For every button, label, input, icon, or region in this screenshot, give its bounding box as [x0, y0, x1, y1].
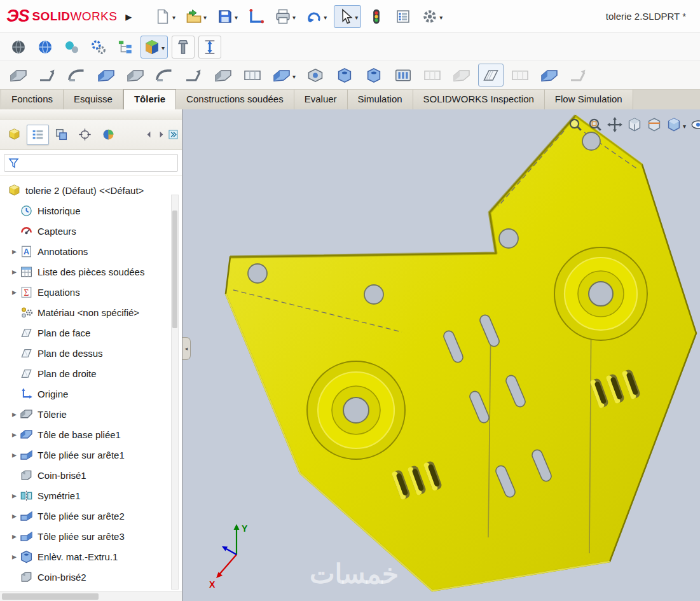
tree-item-sensors[interactable]: Capteurs: [0, 221, 182, 241]
simple-hole-button[interactable]: [361, 64, 387, 86]
part-button[interactable]: [3, 125, 25, 145]
jog-button[interactable]: [181, 64, 207, 86]
display-states-button[interactable]: [60, 36, 83, 59]
boss-right[interactable]: [554, 247, 647, 340]
hem-button[interactable]: [152, 64, 177, 86]
evaluate-list-button[interactable]: [392, 5, 415, 28]
tree-item-plane[interactable]: Plan de dessus: [0, 343, 182, 363]
model-canvas[interactable]: Y X: [182, 109, 699, 600]
tree-item-break-corner[interactable]: Coin-brisé2: [0, 567, 182, 586]
new-document-button[interactable]: [151, 5, 179, 28]
tree-item-base-flange-feature[interactable]: Tôle de base pliée1: [0, 424, 182, 445]
sheet-metal-part[interactable]: [226, 116, 696, 591]
miter-flange-button[interactable]: [123, 64, 148, 86]
tree-item-material[interactable]: Matériau <non spécifié>: [0, 302, 182, 322]
sketched-bend-button[interactable]: [210, 64, 236, 86]
options-button[interactable]: [418, 5, 446, 28]
panel-collapse-handle[interactable]: [182, 337, 191, 360]
tree-item-break-corner[interactable]: Coin-brisé1: [0, 465, 182, 485]
featuremanager-button[interactable]: [27, 125, 49, 145]
base-flange-button[interactable]: [6, 64, 31, 86]
bolt-button[interactable]: [172, 36, 195, 59]
cross-break-button[interactable]: [240, 64, 265, 86]
tab-t-lerie[interactable]: Tôlerie: [123, 89, 176, 109]
dimxpert-button[interactable]: [74, 125, 96, 145]
traffic-light-button[interactable]: [365, 5, 388, 28]
expand-arrow-icon[interactable]: [9, 511, 20, 521]
vertical-scrollbar-thumb[interactable]: [172, 211, 177, 328]
filter-input[interactable]: [4, 154, 178, 172]
mate-gears-button[interactable]: [87, 36, 110, 59]
zoom-area-button[interactable]: [587, 117, 603, 132]
tab-flow-simulation[interactable]: Flow Simulation: [545, 90, 633, 109]
expand-arrow-icon[interactable]: [9, 409, 20, 419]
sketch-button[interactable]: [245, 5, 268, 28]
menu-flyout-arrow-icon[interactable]: [125, 10, 132, 23]
edge-flange-button[interactable]: [93, 64, 119, 86]
expand-arrow-icon[interactable]: [9, 246, 20, 256]
tree-item-mirror[interactable]: Symétrie1: [0, 485, 182, 506]
tab-simulation[interactable]: Simulation: [348, 90, 413, 109]
corner-button[interactable]: [269, 64, 299, 86]
dropdown-caret-icon[interactable]: [203, 11, 207, 22]
dropdown-caret-icon[interactable]: [355, 11, 358, 22]
expand-arrow-icon[interactable]: [9, 531, 20, 541]
convert-to-sheet-metal-button[interactable]: [35, 64, 60, 86]
tree-vertical-scrollbar[interactable]: [171, 195, 179, 590]
dropdown-caret-icon[interactable]: [439, 11, 443, 22]
select-button[interactable]: [334, 5, 361, 28]
extruded-cut-button[interactable]: [332, 64, 357, 86]
design-tree-button[interactable]: [114, 36, 137, 59]
tree-item-origin[interactable]: Origine: [0, 383, 182, 404]
tree-item-edge-flange-feature[interactable]: Tôle pliée sur arête3: [0, 526, 182, 546]
tree-item-cut-extrude[interactable]: Enlèv. mat.-Extru.1: [0, 546, 182, 567]
insert-bends-button[interactable]: [537, 64, 562, 86]
configurationmanager-button[interactable]: [50, 125, 72, 145]
dropdown-caret-icon[interactable]: [683, 120, 686, 130]
view-globe-button[interactable]: [34, 36, 57, 59]
vent-button[interactable]: [390, 64, 416, 86]
dropdown-caret-icon[interactable]: [172, 11, 175, 22]
tree-item-equations[interactable]: Equations: [0, 282, 182, 302]
scroll-left-button[interactable]: [143, 128, 155, 141]
dropdown-caret-icon[interactable]: [235, 11, 238, 22]
open-button[interactable]: [182, 5, 210, 28]
tab-esquisse[interactable]: Esquisse: [64, 90, 123, 109]
tab-solidworks-inspection[interactable]: SOLIDWORKS Inspection: [413, 90, 545, 109]
shaded-cube-button[interactable]: [141, 36, 168, 59]
expand-arrow-icon[interactable]: [9, 551, 20, 562]
expand-arrow-icon[interactable]: [9, 266, 20, 277]
graphics-area[interactable]: Y X خمسات: [182, 109, 700, 601]
scroll-right-button[interactable]: [155, 128, 167, 141]
tree-item-edge-flange-feature[interactable]: Tôle pliée sur arête2: [0, 506, 182, 526]
display-style-button[interactable]: [666, 117, 687, 132]
print-button[interactable]: [271, 5, 299, 28]
texture-sphere-button[interactable]: [7, 36, 30, 59]
expand-arrow-icon[interactable]: [9, 429, 20, 439]
tree-item-sheet-metal-folder[interactable]: Tôlerie: [0, 404, 182, 424]
boss-left[interactable]: [307, 361, 405, 459]
tree-item-weldment-cutlist[interactable]: Liste des pièces soudées: [0, 261, 182, 282]
expand-arrow-icon[interactable]: [9, 450, 20, 460]
expand-arrow-icon[interactable]: [9, 490, 20, 501]
forming-tool-button[interactable]: [303, 64, 328, 86]
view-orientation-button[interactable]: [626, 117, 643, 132]
tab-evaluer[interactable]: Evaluer: [294, 90, 348, 109]
tree-item-edge-flange-feature[interactable]: Tôle pliée sur arête1: [0, 445, 182, 465]
dropdown-caret-icon[interactable]: [292, 70, 296, 81]
tab-constructions-soud-es[interactable]: Constructions soudées: [176, 90, 294, 109]
section-view-button[interactable]: [646, 117, 662, 132]
dropdown-caret-icon[interactable]: [161, 41, 165, 52]
tab-fonctions[interactable]: Fonctions: [1, 90, 64, 109]
measure-button[interactable]: [198, 36, 221, 59]
save-button[interactable]: [214, 5, 241, 28]
lofted-bend-button[interactable]: [64, 64, 90, 86]
pan-button[interactable]: [607, 117, 623, 132]
dropdown-caret-icon[interactable]: [324, 11, 327, 22]
display-pane-button[interactable]: [167, 128, 179, 141]
hide-show-button[interactable]: [690, 117, 700, 132]
dropdown-caret-icon[interactable]: [292, 11, 296, 22]
tree-item-root[interactable]: tolerie 2 (Défaut) <<Défaut>: [0, 180, 182, 200]
displaymanager-button[interactable]: [97, 125, 120, 145]
tree-item-annotations[interactable]: Annotations: [0, 241, 182, 261]
